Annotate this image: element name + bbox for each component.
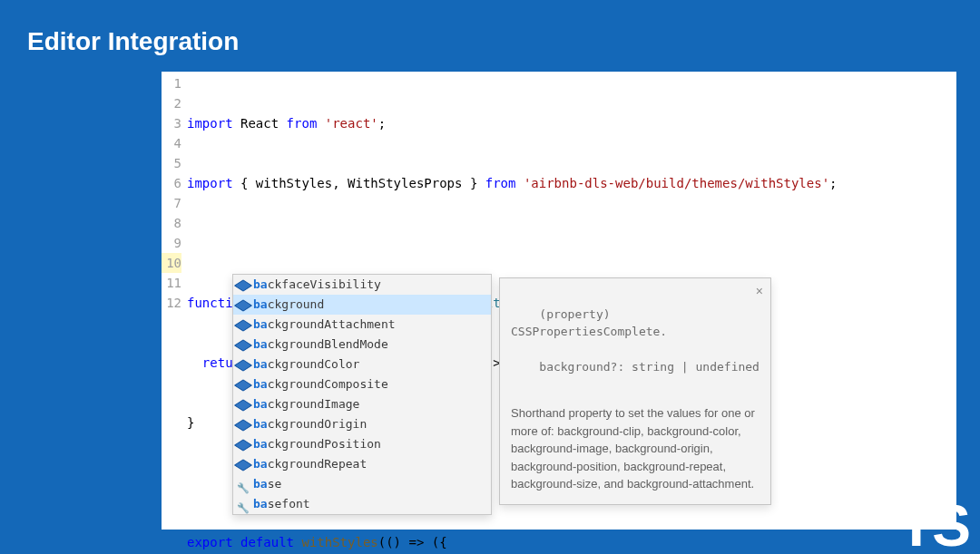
suggest-label: backgroundAttachment	[253, 315, 396, 335]
tail: (() => ({	[378, 535, 447, 549]
kw-export: export	[187, 535, 233, 549]
suggest-label: backgroundImage	[253, 394, 359, 414]
line-number: 12	[162, 293, 181, 313]
call-withStyles: withStyles	[301, 535, 377, 549]
suggest-label: backgroundPosition	[253, 434, 381, 454]
suggest-label: backgroundRepeat	[253, 454, 367, 474]
suggest-label: backgroundOrigin	[253, 414, 367, 434]
import-specifiers: { withStyles, WithStylesProps }	[240, 176, 477, 190]
line-number: 4	[162, 133, 181, 153]
line-number: 7	[162, 193, 181, 213]
property-icon	[237, 338, 250, 351]
suggest-item[interactable]: backgroundPosition	[233, 434, 491, 454]
suggest-item[interactable]: backgroundRepeat	[233, 454, 491, 474]
semi: ;	[829, 176, 837, 190]
line-number: 6	[162, 173, 181, 193]
suggest-label: backgroundBlendMode	[253, 335, 388, 355]
doc-signature: (property) CSSPropertiesComplete.	[511, 307, 667, 339]
suggest-item[interactable]: backgroundAttachment	[233, 315, 491, 335]
line-number: 3	[162, 113, 181, 133]
property-icon	[237, 398, 250, 411]
kw-default: default	[240, 535, 294, 549]
suggest-label: background	[253, 295, 324, 315]
suggest-label: base	[253, 474, 281, 494]
property-icon	[237, 458, 250, 471]
wrench-icon	[237, 498, 250, 510]
suggest-item[interactable]: backgroundImage	[233, 394, 491, 414]
kw-from: from	[287, 116, 318, 131]
property-icon	[237, 298, 250, 311]
close-icon[interactable]: ×	[756, 284, 763, 298]
suggest-label: backgroundColor	[253, 355, 359, 374]
slide-title: Editor Integration	[27, 27, 239, 56]
property-icon	[237, 278, 250, 291]
property-icon	[237, 378, 250, 391]
ident: React	[240, 116, 279, 131]
semi: ;	[378, 116, 386, 131]
property-icon	[237, 438, 250, 451]
intellisense-doc-popup: × (property) CSSPropertiesComplete. back…	[499, 277, 771, 505]
line-number: 2	[162, 93, 181, 113]
wrench-icon	[237, 478, 250, 491]
suggest-item[interactable]: backgroundBlendMode	[233, 335, 491, 355]
string: 'react'	[325, 116, 378, 131]
suggest-item[interactable]: background	[233, 295, 491, 315]
line-gutter: 1 2 3 4 5 6 7 8 9 10 11 12	[162, 73, 187, 313]
property-icon	[237, 418, 250, 431]
suggest-item[interactable]: base	[233, 474, 491, 494]
doc-signature: background?: string | undefined	[539, 360, 760, 374]
string: 'airbnb-dls-web/build/themes/withStyles'	[524, 176, 829, 190]
property-icon	[237, 358, 250, 371]
suggest-item[interactable]: backgroundOrigin	[233, 414, 491, 434]
suggest-item[interactable]: basefont	[233, 494, 491, 514]
suggest-label: backgroundComposite	[253, 374, 388, 394]
line-number: 9	[162, 233, 181, 253]
typescript-logo: TS	[898, 492, 969, 554]
kw-import: import	[187, 116, 233, 131]
line-number: 10	[162, 253, 181, 273]
line-number: 1	[162, 73, 181, 93]
line-number: 11	[162, 273, 181, 293]
brace: }	[187, 415, 194, 430]
suggest-item[interactable]: backgroundColor	[233, 355, 491, 374]
line-number: 8	[162, 213, 181, 233]
kw-from: from	[485, 176, 516, 190]
doc-description: Shorthand property to set the values for…	[511, 404, 760, 493]
line-number: 5	[162, 153, 181, 173]
property-icon	[237, 318, 250, 331]
kw-import: import	[187, 176, 233, 190]
suggest-label: backfaceVisibility	[253, 275, 381, 295]
suggest-label: basefont	[253, 494, 310, 514]
suggest-item[interactable]: backfaceVisibility	[233, 275, 491, 295]
suggest-item[interactable]: backgroundComposite	[233, 374, 491, 394]
intellisense-suggest-popup[interactable]: backfaceVisibilitybackgroundbackgroundAt…	[232, 274, 492, 515]
